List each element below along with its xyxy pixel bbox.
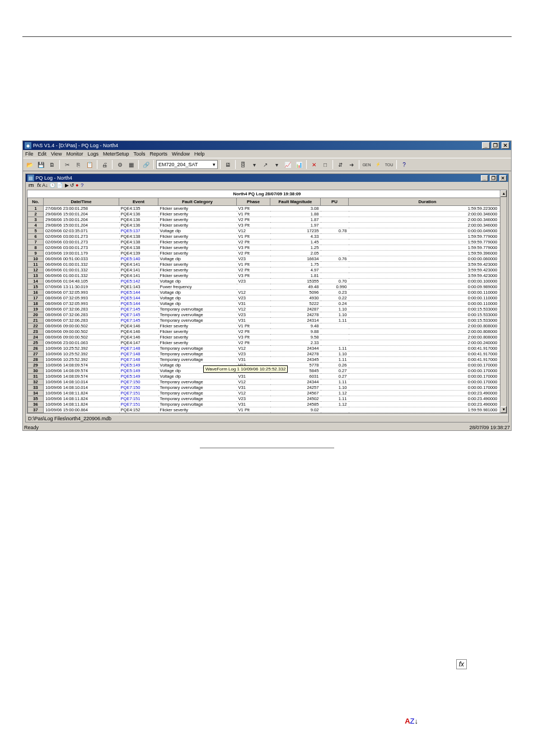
table-row[interactable]: 2810/09/06 10:25:52.392PQE7:148Temporary… — [28, 357, 507, 363]
copy-icon[interactable]: ⎘ — [73, 159, 83, 170]
table-row[interactable]: 3710/09/06 15:00:00.864PQE4:152Flicker s… — [28, 407, 507, 413]
col-fault-magnitude[interactable]: Fault Magnitude — [270, 198, 321, 206]
db-dropdown-icon[interactable]: ▾ — [249, 159, 259, 170]
stop-icon[interactable]: □ — [320, 159, 330, 170]
table-row[interactable]: 1908/09/06 07:32:06.283PQE7:145Temporary… — [28, 307, 507, 312]
clock-icon[interactable]: 🕒 — [49, 182, 55, 188]
export-icon[interactable]: ↗ — [260, 159, 270, 170]
link-icon[interactable]: 🔗 — [141, 159, 151, 170]
tou-icon[interactable]: TOU — [384, 159, 394, 170]
inner-help-icon[interactable]: ? — [81, 182, 83, 188]
cut-icon[interactable]: ✂ — [62, 159, 72, 170]
table-row[interactable]: 1406/09/06 01:04:48.105PQE5:142Voltage d… — [28, 279, 507, 284]
paste-icon[interactable]: 📋 — [85, 159, 95, 170]
help-icon[interactable]: ? — [399, 159, 409, 170]
cell-dt: 02/09/06 03:00:01.273 — [44, 240, 119, 245]
menu-window[interactable]: Window — [172, 151, 190, 157]
refresh-icon[interactable]: ↺ — [70, 182, 74, 188]
export-dropdown-icon[interactable]: ▾ — [271, 159, 282, 170]
table-row[interactable]: 2408/09/06 09:00:00.502PQE4:146Flicker s… — [28, 335, 507, 340]
graph-icon[interactable]: 📊 — [294, 159, 304, 170]
maximize-button[interactable]: ❐ — [491, 142, 499, 149]
table-row[interactable]: 2610/09/06 10:25:52.392PQE7:148Temporary… — [28, 346, 507, 351]
minimize-button[interactable]: _ — [482, 142, 490, 149]
col-datetime[interactable]: Date/Time — [44, 198, 119, 206]
table-row[interactable]: 3510/09/06 14:08:11.824PQE7:151Temporary… — [28, 396, 507, 402]
table-row[interactable]: 329/08/06 15:00:01.204PQE4:136Flicker se… — [28, 217, 507, 223]
table-row[interactable]: 3410/09/06 14:08:11.824PQE7:151Temporary… — [28, 391, 507, 396]
gen-icon[interactable]: GEN — [362, 159, 372, 170]
scrollbar[interactable]: ▴ ▾ — [500, 190, 507, 413]
table-row[interactable]: 1006/09/06 00:51:00.033PQE5:140Voltage d… — [28, 256, 507, 262]
inner-maximize-button[interactable]: ❐ — [490, 175, 497, 181]
menu-view[interactable]: View — [51, 151, 62, 157]
close-button[interactable]: ✕ — [502, 142, 509, 149]
menu-file[interactable]: File — [25, 151, 34, 157]
save-as-icon[interactable]: 🗎 — [47, 159, 57, 170]
table-row[interactable]: 3310/09/06 14:08:10.014PQE7:150Temporary… — [28, 385, 507, 391]
table-row[interactable]: 1206/09/06 01:00:01.332PQE4:141Flicker s… — [28, 267, 507, 273]
col-duration[interactable]: Duration — [349, 198, 507, 206]
arrow-icon[interactable]: ➜ — [346, 159, 357, 170]
table-row[interactable]: 2509/09/06 23:00:01.063PQE4:147Flicker s… — [28, 340, 507, 346]
table-row[interactable]: 1306/09/06 01:00:01.332PQE4:141Flicker s… — [28, 273, 507, 279]
col-pu[interactable]: PU — [321, 198, 349, 206]
col-no[interactable]: No. — [28, 198, 44, 206]
sort-az-icon[interactable]: A↓ — [42, 182, 48, 188]
table-row[interactable]: 3210/09/06 14:08:10.014PQE7:150Temporary… — [28, 379, 507, 385]
table-row[interactable]: 1507/09/06 13:11:30.019PQE1:143Power fre… — [28, 284, 507, 290]
menu-help[interactable]: Help — [194, 151, 205, 157]
menu-monitor[interactable]: Monitor — [66, 151, 83, 157]
table-row[interactable]: 3610/09/06 14:08:11.824PQE7:151Temporary… — [28, 402, 507, 407]
scroll-down-icon[interactable]: ▾ — [500, 406, 507, 413]
play-icon[interactable]: ▶ — [65, 182, 69, 188]
table-row[interactable]: 2008/09/06 07:32:06.283PQE7:145Temporary… — [28, 312, 507, 318]
table-row[interactable]: 1808/09/06 07:32:05.993PQE5:144Voltage d… — [28, 301, 507, 307]
table-row[interactable]: 602/09/06 03:00:01.273PQE4:138Flicker se… — [28, 234, 507, 240]
tree-icon[interactable]: ⇵ — [335, 159, 345, 170]
table-row[interactable]: 802/09/06 03:00:01.273PQE4:138Flicker se… — [28, 245, 507, 251]
main-toolbar: 📂 💾 🗎 ✂ ⎘ 📋 🖨 ⚙ ▦ 🔗 EM720_204_SAT ▾ 🖥 🗄 … — [23, 158, 511, 171]
props-icon[interactable]: 📄 — [57, 182, 63, 188]
inner-close-button[interactable]: ✕ — [499, 175, 507, 181]
menu-metersetup[interactable]: MeterSetup — [103, 151, 129, 157]
table-row[interactable]: 903/09/06 19:00:01.179PQE4:139Flicker se… — [28, 251, 507, 256]
delete-icon[interactable]: ✕ — [309, 159, 319, 170]
table-row[interactable]: 1708/09/06 07:32:05.993PQE5:144Voltage d… — [28, 295, 507, 301]
save-icon[interactable]: 💾 — [36, 159, 46, 170]
table-row[interactable]: 429/08/06 15:00:01.204PQE4:136Flicker se… — [28, 223, 507, 228]
table-row[interactable]: 229/08/06 15:00:01.204PQE4:136Flicker se… — [28, 212, 507, 217]
menu-edit[interactable]: Edit — [38, 151, 47, 157]
open-icon[interactable]: 📂 — [25, 159, 35, 170]
table-row[interactable]: 127/08/06 23:00:01.258PQE4:135Flicker se… — [28, 206, 507, 212]
col-event[interactable]: Event — [119, 198, 158, 206]
device-select[interactable]: EM720_204_SAT ▾ — [156, 160, 218, 169]
table-row[interactable]: 2208/09/06 09:00:00.502PQE4:146Flicker s… — [28, 323, 507, 329]
chart-icon[interactable]: 📈 — [283, 159, 293, 170]
monitor-icon[interactable]: 🖥 — [223, 159, 233, 170]
cfg-icon[interactable]: ⚡ — [373, 159, 383, 170]
cell-magnitude: 1.75 — [270, 262, 321, 267]
menu-tools[interactable]: Tools — [133, 151, 145, 157]
menu-logs[interactable]: Logs — [87, 151, 99, 157]
col-phase[interactable]: Phase — [237, 198, 270, 206]
db-icon[interactable]: 🗄 — [238, 159, 248, 170]
menu-reports[interactable]: Reports — [149, 151, 167, 157]
table-row[interactable]: 502/09/06 02:03:35.071PQE5:137Voltage di… — [28, 228, 507, 234]
table-row[interactable]: 2710/09/06 10:25:52.392PQE7:148Temporary… — [28, 351, 507, 357]
print-icon[interactable]: 🖨 — [100, 159, 110, 170]
layout-icon[interactable]: ▦ — [126, 159, 136, 170]
scroll-up-icon[interactable]: ▴ — [500, 190, 507, 197]
table-row[interactable]: 2108/09/06 07:32:06.283PQE7:145Temporary… — [28, 318, 507, 323]
table-row[interactable]: 2308/09/06 09:00:00.502PQE4:146Flicker s… — [28, 329, 507, 335]
table-row[interactable]: 3110/09/06 14:08:09.574PQE5:149Voltage d… — [28, 374, 507, 379]
col-fault-category[interactable]: Fault Category — [158, 198, 237, 206]
inner-minimize-button[interactable]: _ — [481, 175, 488, 181]
table-row[interactable]: 702/09/06 03:00:01.273PQE4:138Flicker se… — [28, 240, 507, 245]
record-icon[interactable]: ● — [76, 182, 78, 188]
fx-icon[interactable]: fx — [37, 182, 41, 188]
config-icon[interactable]: ⚙ — [115, 159, 125, 170]
table-row[interactable]: 1608/09/06 07:32:05.993PQE5:144Voltage d… — [28, 290, 507, 295]
table-row[interactable]: 1106/09/06 01:00:01.332PQE4:141Flicker s… — [28, 262, 507, 267]
iti-button[interactable]: ITI — [27, 183, 35, 188]
